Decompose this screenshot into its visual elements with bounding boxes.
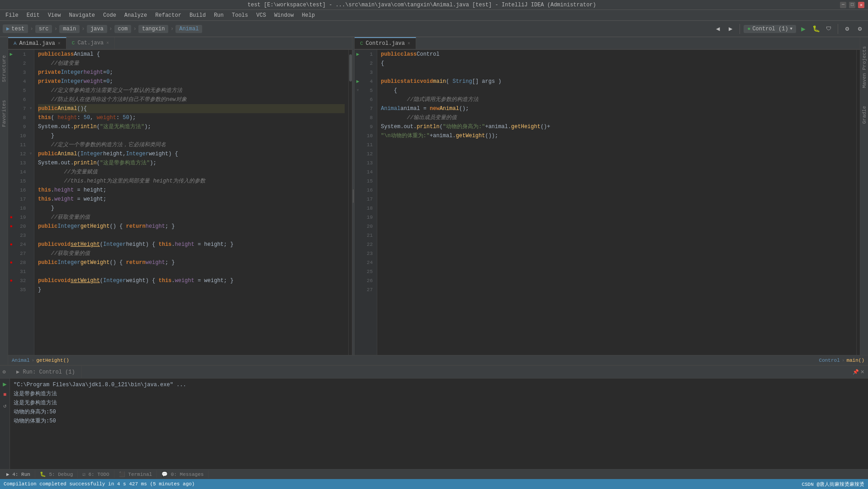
run-rerun-button[interactable]: ↺ <box>1 402 9 409</box>
run-output: "C:\Program Files\Java\jdk1.8.0_121\bin\… <box>10 379 868 469</box>
menu-vcs[interactable]: VCS <box>253 11 270 19</box>
run-play-button[interactable]: ▶ <box>1 380 9 388</box>
maven-projects-panel-tab[interactable]: Maven Projects <box>862 46 867 88</box>
menu-code[interactable]: Code <box>100 11 120 19</box>
left-panel-tabs: Structure Favorites <box>0 37 8 365</box>
bottom-tab-todo[interactable]: ☑ 6: TODO <box>78 470 114 478</box>
code-line-9: System.out.println("这是无构造方法"); <box>38 122 345 131</box>
right-code-line-16 <box>381 186 853 195</box>
right-code-line-12 <box>381 149 853 158</box>
right-code-line-9: System.out.println("动物的身高为:"+animal.getH… <box>381 122 853 131</box>
breakpoint-20[interactable]: ● <box>8 222 14 231</box>
right-code-line-4: public static void main( String[] args ) <box>381 77 853 86</box>
menu-window[interactable]: Window <box>270 11 297 19</box>
close-button[interactable]: ✕ <box>858 2 864 8</box>
run-side-buttons: ▶ ■ ↺ <box>0 379 10 469</box>
right-code-line-25 <box>381 267 853 276</box>
right-editor-scrollbar[interactable] <box>856 50 860 355</box>
left-editor-scrollbar[interactable] <box>348 50 352 355</box>
breakpoint-24[interactable]: ● <box>8 240 14 249</box>
toolbar-src[interactable]: src <box>35 25 52 33</box>
run-button[interactable]: ▶ <box>798 24 809 34</box>
right-code-line-24 <box>381 258 853 267</box>
coverage-button[interactable]: 🛡 <box>823 24 834 34</box>
bottom-tab-terminal[interactable]: ⬛ Terminal <box>114 470 157 478</box>
menu-view[interactable]: View <box>44 11 65 19</box>
code-line-5: //定义带参构造方法需要定义一个默认的无参构造方法 <box>38 86 345 95</box>
toolbar-java[interactable]: java <box>87 25 107 33</box>
toolbar-project[interactable]: ▶ test <box>3 24 28 33</box>
code-line-3: private Integer height=0; <box>38 68 345 77</box>
menu-edit[interactable]: Edit <box>23 11 43 19</box>
left-code-area[interactable]: ▶ 1 2 3 <box>8 50 352 355</box>
settings-button[interactable]: ⚙ <box>854 24 865 34</box>
favorites-panel-tab[interactable]: Favorites <box>1 100 7 127</box>
left-tab-bar: A Animal.java × C Cat.java × <box>8 37 352 50</box>
menu-help[interactable]: Help <box>298 11 318 19</box>
tab-control-java[interactable]: C Control.java × <box>355 37 416 49</box>
status-bar-right: CSDN @唐人街麻辣烫麻辣烫 <box>802 481 864 488</box>
toolbar-main[interactable]: main <box>59 25 80 33</box>
run-stop-button[interactable]: ■ <box>1 391 9 398</box>
menu-analyze[interactable]: Analyze <box>121 11 151 19</box>
maximize-button[interactable]: □ <box>849 2 855 8</box>
debug-button[interactable]: 🐛 <box>811 24 821 34</box>
code-line-7: public Animal(){ <box>38 104 345 113</box>
structure-panel-tab[interactable]: Structure <box>1 55 7 82</box>
output-line-1: 这是带参构造方法 <box>14 389 864 398</box>
right-code-line-27 <box>381 285 853 294</box>
toolbar-com[interactable]: com <box>114 25 132 33</box>
run-tab-run[interactable]: ▶ Run: Control (1) <box>10 366 82 379</box>
output-line-3: 动物的身高为:50 <box>14 408 864 417</box>
menu-refactor[interactable]: Refactor <box>152 11 185 19</box>
right-code-line-21 <box>381 231 853 240</box>
gradle-panel-tab[interactable]: Gradle <box>862 106 867 124</box>
right-code-line-22 <box>381 240 853 249</box>
tab-cat-java[interactable]: C Cat.java × <box>66 37 115 49</box>
minimize-button[interactable]: ─ <box>840 2 846 8</box>
nav-forward-button[interactable]: ▶ <box>725 24 736 34</box>
breadcrumb-control[interactable]: Control <box>819 358 840 363</box>
run-config-selector[interactable]: ● Control (1) ▼ <box>744 25 796 33</box>
menu-tools[interactable]: Tools <box>228 11 252 19</box>
search-everywhere-button[interactable]: ⚙ <box>842 24 853 34</box>
code-line-20: public Integer getHeight() { return heig… <box>38 222 345 231</box>
menu-run[interactable]: Run <box>210 11 228 19</box>
status-user-info: CSDN @唐人街麻辣烫麻辣烫 <box>802 481 864 488</box>
close-animal-tab[interactable]: × <box>58 41 61 46</box>
run-gutter-1[interactable]: ▶ <box>8 50 14 59</box>
code-line-32: public void setWeight(Integer weight) { … <box>38 276 345 285</box>
breakpoint-28[interactable]: ● <box>8 258 14 267</box>
menu-file[interactable]: File <box>2 11 22 19</box>
window-controls[interactable]: ─ □ ✕ <box>840 2 864 8</box>
right-code-line-2: { <box>381 59 853 68</box>
bottom-tab-messages[interactable]: 💬 0: Messages <box>157 470 209 478</box>
breadcrumb-animal[interactable]: Animal <box>12 358 30 363</box>
left-code-lines[interactable]: public class Animal { //创建变量 private Int… <box>34 50 348 355</box>
bottom-tab-debug[interactable]: 🐛 5: Debug <box>35 470 78 478</box>
right-run-gutter-4[interactable]: ▶ <box>355 77 361 86</box>
code-line-6: //防止别人在使用你这个方法时自己不带参数的new对象 <box>38 95 345 104</box>
menu-build[interactable]: Build <box>186 11 209 19</box>
breakpoint-32[interactable]: ● <box>8 276 14 285</box>
nav-back-button[interactable]: ◀ <box>712 24 723 34</box>
breadcrumb-getheight[interactable]: getHeight() <box>36 358 69 363</box>
breakpoint-19[interactable]: ● <box>8 213 14 222</box>
run-panel-pin[interactable]: 📌 <box>853 369 859 375</box>
toolbar-tangxin[interactable]: tangxin <box>138 25 168 33</box>
code-line-14: //为变量赋值 <box>38 168 345 177</box>
bottom-tab-run[interactable]: ▶ 4: Run <box>2 470 35 478</box>
run-panel-close[interactable]: × <box>861 369 864 376</box>
right-code-lines[interactable]: public class Control { public static voi… <box>377 50 856 355</box>
code-line-13: System.out.println("这是带参构造方法"); <box>38 158 345 168</box>
right-tab-bar: C Control.java × <box>355 37 860 50</box>
code-line-16: this.height = height; <box>38 186 345 195</box>
right-code-area[interactable]: ▶ 1 2 3 ▶ 4 <box>355 50 860 355</box>
close-control-tab[interactable]: × <box>408 41 410 46</box>
close-cat-tab[interactable]: × <box>106 41 109 46</box>
toolbar-animal-class[interactable]: Animal <box>175 25 202 33</box>
tab-animal-java[interactable]: A Animal.java × <box>8 37 66 49</box>
right-run-gutter-1[interactable]: ▶ <box>355 50 361 59</box>
breadcrumb-main[interactable]: main() <box>846 358 864 363</box>
menu-navigate[interactable]: Navigate <box>65 11 99 19</box>
